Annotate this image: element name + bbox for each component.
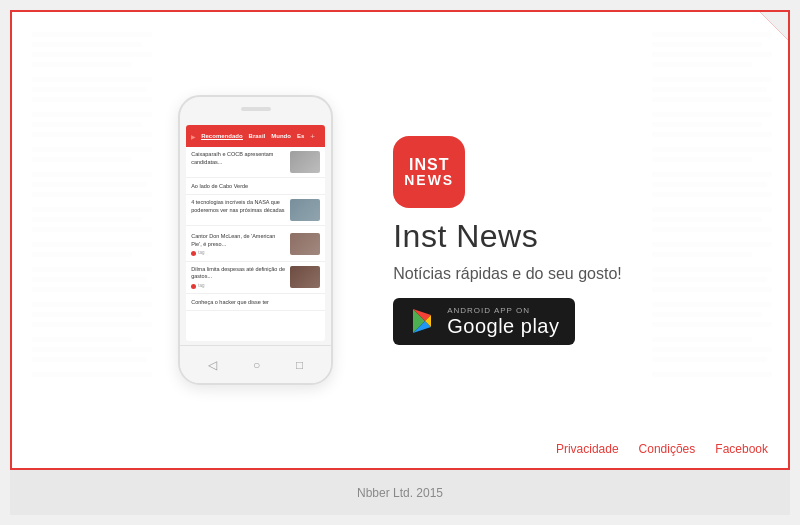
tab-mundo: Mundo bbox=[271, 133, 291, 139]
phone-screen: ▶ Recomendado Brasil Mundo Es + Caixapar… bbox=[186, 125, 325, 341]
phone-mockup: ▶ Recomendado Brasil Mundo Es + Caixapar… bbox=[178, 95, 333, 385]
phone-bottom-nav: ◁ ○ □ bbox=[180, 345, 331, 383]
phone-nav-bar: ▶ Recomendado Brasil Mundo Es + bbox=[186, 125, 325, 147]
tab-es: Es bbox=[297, 133, 304, 139]
tab-brasil: Brasil bbox=[249, 133, 266, 139]
menu-nav-icon: □ bbox=[296, 358, 303, 372]
google-play-text: ANDROID APP ON Google play bbox=[447, 306, 559, 337]
news-img-1 bbox=[290, 151, 320, 173]
home-nav-icon: ○ bbox=[253, 358, 260, 372]
news-item-5: Dilma limita despesas até definição de g… bbox=[186, 262, 325, 295]
inner-content: ▶ Recomendado Brasil Mundo Es + Caixapar… bbox=[12, 12, 788, 468]
page-wrapper: ▶ Recomendado Brasil Mundo Es + Caixapar… bbox=[0, 0, 800, 525]
news-item-2: Ao lado de Cabo Verde bbox=[186, 178, 325, 195]
app-icon-news-text: NEWS bbox=[404, 173, 454, 187]
google-play-icon bbox=[409, 307, 437, 335]
main-content: ▶ Recomendado Brasil Mundo Es + Caixapar… bbox=[10, 10, 790, 470]
android-app-on-label: ANDROID APP ON bbox=[447, 306, 559, 315]
news-img-5 bbox=[290, 266, 320, 288]
tab-recomendado: Recomendado bbox=[201, 133, 242, 140]
news-img-3 bbox=[290, 199, 320, 221]
google-play-button[interactable]: ANDROID APP ON Google play bbox=[393, 298, 575, 345]
tag-dot bbox=[191, 251, 196, 256]
copyright-text: Nbber Ltd. 2015 bbox=[357, 486, 443, 500]
phone-speaker bbox=[241, 107, 271, 111]
app-icon: INST NEWS bbox=[393, 136, 465, 208]
app-subtitle: Notícias rápidas e do seu gosto! bbox=[393, 265, 622, 283]
news-item-4: Cantor Don McLean, de 'American Pie', é … bbox=[186, 229, 325, 262]
tag-dot-2 bbox=[191, 284, 196, 289]
news-img-4 bbox=[290, 233, 320, 255]
google-play-label: Google play bbox=[447, 315, 559, 337]
bottom-bar: Nbber Ltd. 2015 bbox=[10, 470, 790, 515]
news-item-1: Caixaparaíh e COCB apresentam candidatas… bbox=[186, 147, 325, 178]
app-title: Inst News bbox=[393, 218, 538, 255]
back-nav-icon: ◁ bbox=[208, 358, 217, 372]
fold-corner bbox=[760, 12, 788, 40]
news-item-3: 4 tecnologias incríveis da NASA que pode… bbox=[186, 195, 325, 226]
app-icon-inst-text: INST bbox=[409, 157, 449, 173]
news-item-6: Conheça o hacker que disse ter bbox=[186, 294, 325, 311]
app-info-section: INST NEWS Inst News Notícias rápidas e d… bbox=[393, 136, 622, 345]
